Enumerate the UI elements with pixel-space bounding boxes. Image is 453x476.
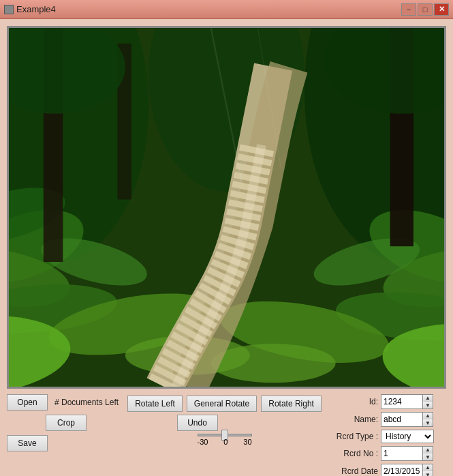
title-bar-left: Example4 <box>4 4 56 14</box>
rcrd-date-row: Rcrd Date ▲ ▼ <box>330 464 446 476</box>
rotate-left-button[interactable]: Rotate Left <box>127 396 183 412</box>
rcrd-no-input[interactable] <box>381 447 422 460</box>
name-label: Name: <box>330 415 378 424</box>
id-spinner: ▲ ▼ <box>381 394 433 409</box>
open-row: Open # Documents Left <box>7 394 119 411</box>
undo-row: Undo <box>177 415 218 431</box>
crop-button[interactable]: Crop <box>46 415 87 431</box>
rcrd-date-input[interactable] <box>381 464 422 476</box>
slider-max-label: 30 <box>243 438 251 446</box>
maximize-button[interactable]: □ <box>418 3 433 16</box>
rcrd-date-spin-down[interactable]: ▼ <box>423 471 433 476</box>
right-controls: Id: ▲ ▼ Name: ▲ ▼ <box>330 394 446 476</box>
window-controls: − □ ✕ <box>401 3 449 16</box>
rcrd-date-spinner: ▲ ▼ <box>381 464 433 476</box>
title-bar: Example4 − □ ✕ <box>0 0 453 19</box>
id-row: Id: ▲ ▼ <box>330 394 446 409</box>
app-icon <box>4 5 14 14</box>
rcrd-no-spinner: ▲ ▼ <box>381 446 433 461</box>
rcrd-type-label: Rcrd Type : <box>330 432 378 441</box>
id-spin-down[interactable]: ▼ <box>423 402 433 408</box>
middle-controls: Rotate Left General Rotate Rotate Right … <box>123 394 326 446</box>
id-input[interactable] <box>381 395 422 408</box>
rcrd-no-spin-buttons: ▲ ▼ <box>422 447 433 460</box>
rcrd-no-row: Rcrd No : ▲ ▼ <box>330 446 446 461</box>
slider-min-label: -30 <box>198 438 208 446</box>
image-display <box>9 28 444 387</box>
id-spin-buttons: ▲ ▼ <box>422 395 433 408</box>
name-input[interactable] <box>381 413 422 426</box>
rotation-slider[interactable] <box>198 434 252 436</box>
controls-bottom: Open # Documents Left Crop Save Rotate L… <box>7 394 446 469</box>
rcrd-type-row: Rcrd Type : History Current Archive <box>330 430 446 443</box>
id-label: Id: <box>330 397 378 406</box>
rcrd-no-spin-up[interactable]: ▲ <box>423 447 433 453</box>
image-container <box>7 26 446 389</box>
open-button[interactable]: Open <box>7 394 48 411</box>
left-controls: Open # Documents Left Crop Save <box>7 394 119 451</box>
rotate-row: Rotate Left General Rotate Rotate Right <box>127 396 322 412</box>
rcrd-no-label: Rcrd No : <box>330 449 378 458</box>
rcrd-type-select[interactable]: History Current Archive <box>381 430 434 443</box>
name-spin-up[interactable]: ▲ <box>423 413 433 419</box>
name-row: Name: ▲ ▼ <box>330 412 446 427</box>
svg-point-16 <box>211 344 336 383</box>
main-container: Open # Documents Left Crop Save Rotate L… <box>0 19 453 476</box>
window-title: Example4 <box>16 4 56 14</box>
name-spin-down[interactable]: ▼ <box>423 419 433 426</box>
rcrd-date-spin-up[interactable]: ▲ <box>423 464 433 471</box>
minimize-button[interactable]: − <box>401 3 416 16</box>
documents-left-label: # Documents Left <box>52 398 119 407</box>
rcrd-no-spin-down[interactable]: ▼ <box>423 453 433 460</box>
name-spinner: ▲ ▼ <box>381 412 433 427</box>
slider-container: -30 0 30 <box>198 434 252 446</box>
name-spin-buttons: ▲ ▼ <box>422 413 433 426</box>
save-button[interactable]: Save <box>7 435 48 451</box>
id-spin-up[interactable]: ▲ <box>423 395 433 402</box>
undo-button[interactable]: Undo <box>177 415 218 431</box>
slider-labels: -30 0 30 <box>198 438 252 446</box>
rcrd-date-spin-buttons: ▲ ▼ <box>422 464 433 476</box>
slider-zero-label: 0 <box>223 438 228 446</box>
rotate-right-button[interactable]: Rotate Right <box>261 396 322 412</box>
close-button[interactable]: ✕ <box>434 3 449 16</box>
general-rotate-button[interactable]: General Rotate <box>187 396 257 412</box>
rcrd-date-label: Rcrd Date <box>330 466 378 476</box>
